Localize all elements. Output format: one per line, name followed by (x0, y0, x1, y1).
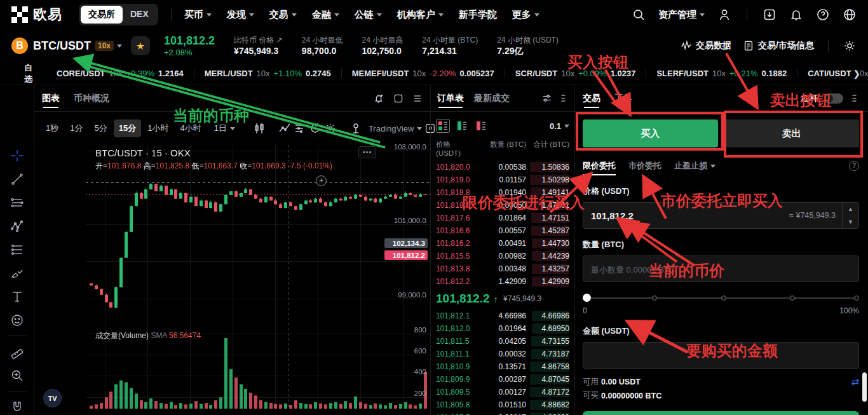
timeframe-1分[interactable]: 1分 (65, 119, 88, 137)
gear-icon[interactable] (843, 39, 857, 53)
tab-exchange[interactable]: 交易所 (81, 6, 123, 24)
globe-icon[interactable] (843, 8, 857, 22)
bid-row[interactable]: 101,812.14.669864.66986 (431, 310, 574, 322)
search-icon[interactable] (632, 8, 646, 22)
price-input[interactable] (583, 210, 789, 221)
fib-tool-icon[interactable] (7, 242, 27, 257)
asset-management-menu[interactable]: 资产管理 (658, 9, 705, 21)
ask-row[interactable]: 101,816.20.004911.44730 (431, 237, 574, 250)
bid-row[interactable]: 101,805.80.015104.88682 (431, 398, 574, 411)
nav-item-交易[interactable]: 交易 (269, 9, 297, 21)
tab-dex[interactable]: DEX (123, 6, 156, 24)
ask-row[interactable]: 101,818.80.019401.49141 (431, 186, 574, 199)
panel-menu-icon[interactable] (850, 93, 859, 103)
bid-row[interactable]: 101,810.90.135714.86758 (431, 360, 574, 373)
book-both-icon[interactable] (436, 119, 450, 133)
tab-tpsl-order[interactable]: 止盈止损 (674, 156, 715, 175)
scale-icon[interactable] (349, 121, 362, 136)
timeframe-1秒[interactable]: 1秒 (41, 119, 64, 137)
tab-market-order[interactable]: 市价委托 (628, 156, 661, 175)
tab-coin-overview[interactable]: 币种概况 (74, 85, 109, 112)
magnet-tool-icon[interactable] (7, 399, 27, 415)
bid-row[interactable]: 101,812.00.019644.68950 (431, 322, 574, 335)
step-down-icon[interactable]: ▼ (843, 215, 858, 228)
panel-menu-icon[interactable] (412, 93, 423, 104)
sell-button[interactable]: 卖出 (724, 119, 860, 147)
ruler-tool-icon[interactable] (7, 344, 27, 360)
ask-row[interactable]: 101,818.00.000501.47201 (431, 199, 574, 212)
scrollbar-thumb[interactable] (862, 372, 867, 402)
text-tool-icon[interactable] (7, 289, 27, 304)
leverage-toggle[interactable] (824, 93, 843, 104)
pair-name[interactable]: BTC/USDT (33, 39, 91, 53)
frame-icon[interactable] (393, 93, 403, 104)
buy-button[interactable]: 买入 (583, 119, 718, 147)
market-info-button[interactable]: 交易/市场信息 (743, 40, 814, 51)
candlestick-chart[interactable] (86, 145, 430, 414)
brush-tool-icon[interactable] (7, 265, 27, 281)
total-input[interactable] (583, 350, 858, 361)
ask-row[interactable]: 101,812.21.429091.42909 (431, 275, 574, 288)
candle-style-icon[interactable] (253, 121, 266, 136)
book-asks-icon[interactable] (474, 119, 488, 133)
chart-more-button[interactable]: ••• (358, 146, 376, 158)
nav-item-发现[interactable]: 发现 (227, 9, 254, 21)
nav-item-金融[interactable]: 金融 (312, 9, 339, 21)
nav-item-买币[interactable]: 买币 (184, 9, 212, 21)
ask-row[interactable]: 101,817.60.018641.47151 (431, 212, 574, 224)
bid-row[interactable]: 101,805.50.000174.88699 (431, 411, 574, 415)
tradingview-logo[interactable]: TV (43, 389, 62, 407)
tab-limit-order[interactable]: 限价委托 (583, 156, 616, 175)
more-dots-icon[interactable] (559, 93, 568, 103)
tab-tools[interactable]: 工具 (614, 85, 632, 112)
swap-icon[interactable]: ⇄ (851, 376, 859, 388)
nav-item-公链[interactable]: 公链 (355, 9, 382, 21)
alert-bell-icon[interactable] (373, 93, 384, 104)
user-icon[interactable] (717, 8, 731, 22)
chart-area[interactable]: BTC/USDT · 15 · OKX 开=101,676.8 高=101,82… (34, 145, 430, 414)
ask-row[interactable]: 101,816.60.005571.45287 (431, 224, 574, 237)
buy-submit-button[interactable] (583, 411, 859, 415)
nav-item-更多[interactable]: 更多 (512, 9, 539, 21)
chart-type-icon[interactable] (278, 121, 291, 136)
ticker-item[interactable]: MEMEFI/USDT10x-2.20%0.005237 (342, 69, 505, 78)
nav-item-新手学院[interactable]: 新手学院 (459, 9, 497, 21)
amount-slider[interactable] (583, 294, 859, 303)
ticker-item[interactable]: MERL/USDT10x+1.10%0.2745 (194, 69, 342, 78)
help-icon[interactable] (816, 8, 830, 22)
emoji-tool-icon[interactable] (7, 312, 27, 328)
timeframe-15分[interactable]: 15分 (114, 119, 141, 137)
settings-icon[interactable] (324, 121, 337, 136)
tab-trade[interactable]: 交易 (583, 85, 600, 112)
ask-row[interactable]: 101,819.00.011571.50298 (431, 173, 574, 186)
trendline-tool-icon[interactable] (7, 171, 27, 187)
bell-icon[interactable] (789, 8, 803, 22)
zoom-tool-icon[interactable] (7, 367, 27, 383)
nav-item-机构客户[interactable]: 机构客户 (397, 9, 444, 21)
timeframe-1d[interactable]: 1日 (209, 119, 240, 137)
ask-row[interactable]: 101,815.50.009821.44239 (431, 250, 574, 262)
pattern-tool-icon[interactable] (7, 218, 27, 234)
slider-knob[interactable] (583, 294, 591, 302)
download-icon[interactable] (763, 8, 776, 22)
chevron-down-icon[interactable] (117, 44, 122, 48)
timeframe-1小时[interactable]: 1小时 (142, 119, 173, 137)
ticker-item[interactable]: SLERF/USDT10x+0.21%0.1882 (646, 69, 797, 78)
bid-row[interactable]: 101,809.90.002874.87045 (431, 373, 574, 386)
amount-input[interactable] (583, 264, 858, 275)
watchlist-label[interactable]: 自选 (24, 62, 32, 85)
ask-row[interactable]: 101,813.80.003481.43257 (431, 262, 574, 275)
bid-row[interactable]: 101,809.50.001274.87172 (431, 386, 574, 398)
sliders-icon[interactable] (541, 93, 552, 104)
ticker-item[interactable]: CORE/USDT10x+0.39%1.2164 (46, 69, 194, 78)
okx-logo[interactable]: 欧易 (11, 5, 62, 24)
countdown-plus-icon[interactable]: + (316, 175, 327, 186)
mid-price-row[interactable]: 101,812.2 ↑ ¥745,949.3 (431, 288, 574, 310)
precision-selector[interactable]: 0.1 (550, 121, 569, 131)
indicator-icon[interactable] (294, 121, 306, 136)
tradingview-dropdown[interactable]: TradingView (369, 124, 423, 133)
crosshair-tool-icon[interactable] (7, 147, 27, 163)
tab-recent-trades[interactable]: 最新成交 (474, 85, 510, 112)
favorite-button[interactable]: ★ (131, 36, 150, 55)
step-up-icon[interactable]: ▲ (843, 203, 858, 215)
